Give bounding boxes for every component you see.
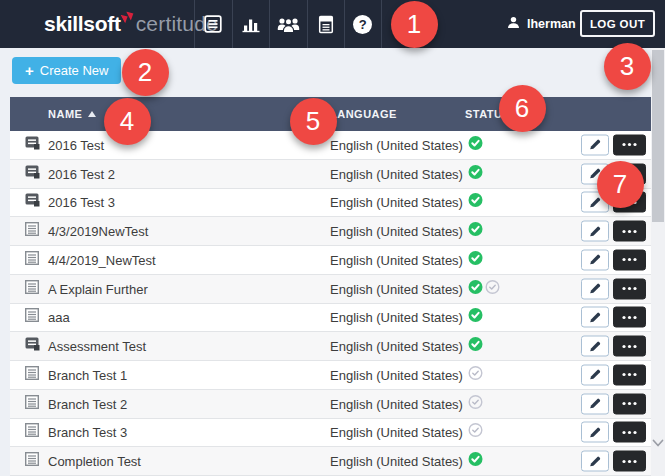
tests-table: NAME LANGUAGE STATUS 2016 Test English (…: [10, 97, 651, 476]
table-row[interactable]: 4/4/2019_NewTest English (United States): [10, 246, 651, 275]
callout-badge-2: 2: [122, 49, 169, 96]
nav-help-icon[interactable]: ?: [344, 0, 382, 48]
status-gray-icon: [468, 423, 483, 442]
more-actions-button[interactable]: [613, 451, 646, 472]
row-language: English (United States): [330, 367, 463, 382]
edit-button[interactable]: [581, 307, 609, 328]
list-icon: [25, 366, 39, 384]
row-name: Branch Test 2: [48, 396, 127, 411]
table-row[interactable]: Branch Test 2 English (United States): [10, 390, 651, 419]
language-column-label: LANGUAGE: [330, 108, 397, 120]
callout-badge-6: 6: [499, 85, 546, 132]
nav-bar-chart-icon[interactable]: [232, 0, 270, 48]
edit-button[interactable]: [581, 336, 609, 357]
more-actions-button[interactable]: [613, 393, 646, 414]
status-green-icon: [468, 452, 483, 471]
table-row[interactable]: Branch Test 3 English (United States): [10, 419, 651, 448]
vertical-scrollbar[interactable]: [651, 48, 665, 476]
callout-badge-7: 7: [597, 161, 644, 208]
callout-badge-3: 3: [604, 43, 651, 90]
table-row[interactable]: A Explain Further English (United States…: [10, 275, 651, 304]
logout-button[interactable]: LOG OUT: [580, 10, 655, 37]
edit-button[interactable]: [581, 221, 609, 242]
plus-icon: +: [25, 63, 34, 78]
nav-people-icon[interactable]: [269, 0, 307, 48]
table-row[interactable]: Assessment Test English (United States): [10, 332, 651, 361]
create-new-button[interactable]: + Create New: [12, 57, 121, 84]
row-language: English (United States): [330, 166, 463, 181]
list-icon: [25, 251, 39, 269]
table-row[interactable]: 2016 Test 3 English (United States): [10, 189, 651, 218]
edit-button[interactable]: [581, 451, 609, 472]
status-green-icon: [468, 222, 483, 241]
note-icon: [25, 337, 40, 355]
table-row[interactable]: aaa English (United States): [10, 304, 651, 333]
more-actions-button[interactable]: [613, 221, 646, 242]
column-header-name[interactable]: NAME: [48, 97, 96, 131]
nav-list-box-icon[interactable]: [194, 0, 232, 48]
table-row[interactable]: 4/3/2019NewTest English (United States): [10, 217, 651, 246]
name-column-label: NAME: [48, 108, 82, 120]
status-green-icon: [468, 250, 483, 269]
edit-button[interactable]: [581, 249, 609, 270]
top-navbar: skillsoft certitude ?: [0, 0, 665, 48]
logo-brand-text: skillsoft: [44, 12, 121, 36]
table-row[interactable]: Branch Test 1 English (United States): [10, 361, 651, 390]
list-icon: [25, 452, 39, 470]
user-icon: [507, 15, 520, 33]
logo: skillsoft certitude: [44, 0, 218, 48]
edit-button[interactable]: [581, 364, 609, 385]
more-actions-button[interactable]: [613, 422, 646, 443]
username-label: lherman: [527, 17, 576, 31]
row-language: English (United States): [330, 224, 463, 239]
status-green-icon: [468, 337, 483, 356]
scroll-down-icon[interactable]: [652, 434, 664, 452]
scrollbar-thumb[interactable]: [652, 50, 664, 222]
row-name: Assessment Test: [48, 339, 146, 354]
table-row[interactable]: 2016 Test 2 English (United States): [10, 160, 651, 189]
row-name: Branch Test 3: [48, 425, 127, 440]
edit-button[interactable]: [581, 422, 609, 443]
status-green-icon: [468, 164, 483, 183]
callout-badge-1: 1: [391, 1, 438, 48]
more-actions-button[interactable]: [613, 364, 646, 385]
row-name: Branch Test 1: [48, 367, 127, 382]
note-icon: [25, 136, 40, 154]
row-name: 4/4/2019_NewTest: [48, 252, 156, 267]
more-actions-button[interactable]: [613, 249, 646, 270]
nav-notepad-icon[interactable]: [307, 0, 345, 48]
user-area: lherman: [507, 0, 576, 48]
status-green-icon: [468, 135, 483, 154]
column-header-language[interactable]: LANGUAGE: [330, 97, 397, 131]
row-name: 4/3/2019NewTest: [48, 224, 148, 239]
help-question-glyph: ?: [353, 15, 372, 34]
row-language: English (United States): [330, 195, 463, 210]
row-language: English (United States): [330, 454, 463, 469]
edit-button[interactable]: [581, 278, 609, 299]
status-green-icon: [468, 279, 483, 298]
row-language: English (United States): [330, 425, 463, 440]
table-body: 2016 Test English (United States): [10, 131, 651, 476]
row-name: 2016 Test 3: [48, 195, 115, 210]
table-row[interactable]: Completion Test English (United States): [10, 447, 651, 476]
edit-button[interactable]: [581, 393, 609, 414]
list-icon: [25, 395, 39, 413]
row-language: English (United States): [330, 281, 463, 296]
row-name: 2016 Test: [48, 137, 104, 152]
more-actions-button[interactable]: [613, 307, 646, 328]
list-icon: [25, 222, 39, 240]
note-icon: [25, 165, 40, 183]
create-new-label: Create New: [40, 63, 109, 78]
status-green-icon: [468, 193, 483, 212]
app-window: skillsoft certitude ?: [0, 0, 665, 476]
row-language: English (United States): [330, 396, 463, 411]
list-icon: [25, 308, 39, 326]
row-name: aaa: [48, 310, 70, 325]
edit-button[interactable]: [581, 134, 609, 155]
status-gray-icon: [468, 394, 483, 413]
more-actions-button[interactable]: [613, 278, 646, 299]
more-actions-button[interactable]: [613, 336, 646, 357]
more-actions-button[interactable]: [613, 134, 646, 155]
row-language: English (United States): [330, 310, 463, 325]
note-icon: [25, 193, 40, 211]
